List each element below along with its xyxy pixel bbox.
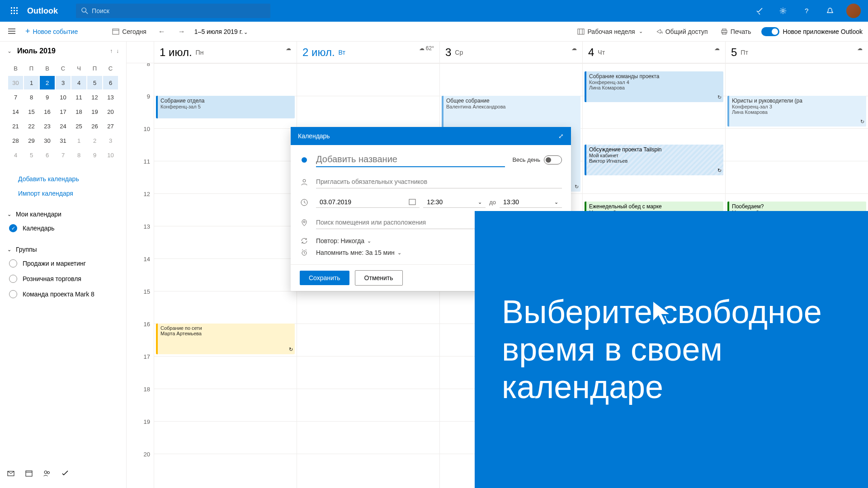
group-checkbox[interactable] (9, 275, 17, 283)
mini-cal-day[interactable]: 27 (103, 119, 118, 133)
cancel-button[interactable]: Отменить (355, 270, 403, 286)
calendar-event[interactable]: Юристы и руководители (раКонференц-зал 3… (727, 96, 866, 127)
mini-cal-day[interactable]: 15 (24, 105, 39, 118)
today-button[interactable]: Сегодня (109, 26, 149, 37)
save-button[interactable]: Сохранить (300, 271, 349, 285)
mini-cal-day[interactable]: 19 (87, 105, 102, 118)
calendar-event[interactable]: Собрание отделаКонференц-зал 5 (156, 96, 295, 118)
end-time-field[interactable]: 13:30 (500, 197, 562, 208)
new-outlook-toggle[interactable] (761, 27, 779, 36)
mini-cal-day[interactable]: 10 (103, 148, 118, 162)
mini-cal-day[interactable]: 21 (8, 119, 23, 133)
day-header[interactable]: 2 июл.Вт☁ 62° (297, 42, 439, 63)
mini-cal-day[interactable]: 26 (87, 119, 102, 133)
search-box[interactable] (76, 4, 270, 18)
mini-cal-day[interactable]: 14 (8, 105, 23, 118)
mini-cal-day[interactable]: 7 (56, 148, 71, 162)
mini-cal-day[interactable]: 23 (40, 119, 55, 133)
mini-cal-day[interactable]: 6 (40, 148, 55, 162)
date-range-picker[interactable]: 1–5 июля 2019 г. (194, 28, 248, 35)
search-input[interactable] (92, 7, 265, 14)
tasks-icon[interactable] (61, 470, 69, 477)
mini-cal-day[interactable]: 3 (103, 134, 118, 147)
help-icon[interactable]: ? (796, 0, 817, 22)
date-field[interactable]: 03.07.2019 (316, 197, 420, 208)
group-checkbox[interactable] (9, 290, 17, 298)
mini-cal-day[interactable]: 4 (8, 148, 23, 162)
group-item[interactable]: Продажи и маркетинг (7, 256, 119, 271)
groups-header[interactable]: ⌄Группы (7, 243, 119, 256)
mini-cal-day[interactable]: 22 (24, 119, 39, 133)
day-header[interactable]: 5Пт☁ (725, 42, 868, 63)
collapse-month[interactable]: ⌄ (7, 48, 12, 54)
mini-cal-day[interactable]: 28 (8, 134, 23, 147)
calendar-event[interactable]: Собрание команды проектаКонференц-зал 4Л… (585, 71, 723, 102)
start-time-field[interactable]: 12:30 (423, 197, 486, 208)
mini-cal-day[interactable]: 31 (56, 134, 71, 147)
event-title-input[interactable] (316, 152, 505, 167)
mini-cal-day[interactable]: 5 (87, 76, 102, 89)
mini-cal-day[interactable]: 3 (56, 76, 71, 89)
day-header[interactable]: 3Ср☁ (439, 42, 582, 63)
next-month[interactable]: ↓ (116, 48, 119, 54)
import-calendar-link[interactable]: Импорт календаря (7, 186, 119, 201)
day-header[interactable]: 1 июл.Пн☁ (154, 42, 297, 63)
my-calendars-header[interactable]: ⌄Мои календари (7, 208, 119, 221)
user-avatar[interactable] (846, 4, 861, 18)
mini-cal-day[interactable]: 11 (71, 90, 86, 104)
prev-month[interactable]: ↑ (110, 48, 113, 54)
mini-cal-day[interactable]: 10 (56, 90, 71, 104)
group-checkbox[interactable] (9, 259, 17, 267)
todo-icon[interactable] (749, 0, 770, 22)
mini-cal-day[interactable]: 13 (103, 90, 118, 104)
expand-icon[interactable]: ⤢ (558, 132, 564, 140)
mini-cal-day[interactable]: 9 (87, 148, 102, 162)
nav-toggle[interactable] (5, 25, 18, 38)
mini-cal-day[interactable]: 17 (56, 105, 71, 118)
mini-cal-day[interactable]: 6 (103, 76, 118, 89)
mail-icon[interactable] (7, 470, 14, 477)
mini-cal-day[interactable]: 2 (40, 76, 55, 89)
mini-cal-day[interactable]: 30 (40, 134, 55, 147)
repeat-field[interactable]: Повтор: Никогда (316, 237, 371, 244)
mini-cal-day[interactable]: 24 (56, 119, 71, 133)
mini-cal-day[interactable]: 5 (24, 148, 39, 162)
invite-input[interactable] (316, 175, 562, 188)
notifications-icon[interactable] (819, 0, 841, 22)
settings-icon[interactable] (772, 0, 794, 22)
day-header[interactable]: 4Чт☁ (582, 42, 725, 63)
reminder-field[interactable]: Напомнить мне: За 15 мин (316, 249, 401, 256)
mini-cal-day[interactable]: 4 (71, 76, 86, 89)
mini-cal-day[interactable]: 29 (24, 134, 39, 147)
mini-cal-day[interactable]: 16 (40, 105, 55, 118)
all-day-toggle[interactable] (544, 155, 562, 164)
prev-week[interactable]: ← (155, 26, 169, 38)
print-button[interactable]: Печать (718, 26, 754, 37)
mini-cal-day[interactable]: 9 (40, 90, 55, 104)
mini-cal-day[interactable]: 20 (103, 105, 118, 118)
mini-cal-day[interactable]: 8 (24, 90, 39, 104)
app-launcher[interactable] (4, 0, 25, 22)
mini-cal-day[interactable]: 30 (8, 76, 23, 89)
group-item[interactable]: Команда проекта Mark 8 (7, 286, 119, 302)
mini-cal-day[interactable]: 1 (71, 134, 86, 147)
calendar-event[interactable]: Собрание по сетиМарта Артемьева↻ (156, 324, 295, 354)
mini-cal-day[interactable]: 25 (71, 119, 86, 133)
share-button[interactable]: Общий доступ (653, 26, 711, 37)
calendar-checkbox[interactable] (9, 224, 17, 232)
people-icon[interactable] (43, 470, 51, 477)
mini-cal-day[interactable]: 12 (87, 90, 102, 104)
calendar-nav-icon[interactable] (25, 470, 33, 477)
calendar-event[interactable]: Обсуждение проекта TailspinМой кабинетВи… (585, 145, 723, 175)
mini-cal-day[interactable]: 2 (87, 134, 102, 147)
calendar-item[interactable]: Календарь (7, 221, 119, 236)
mini-cal-day[interactable]: 1 (24, 76, 39, 89)
day-column[interactable]: Собрание отделаКонференц-зал 5Собрание п… (154, 63, 297, 488)
mini-cal-day[interactable]: 18 (71, 105, 86, 118)
group-item[interactable]: Розничная торговля (7, 271, 119, 286)
mini-cal-day[interactable]: 7 (8, 90, 23, 104)
add-calendar-link[interactable]: Добавить календарь (7, 172, 119, 186)
next-week[interactable]: → (175, 26, 189, 38)
new-event-button[interactable]: + Новое событие (25, 27, 78, 36)
view-work-week[interactable]: Рабочая неделя (575, 26, 645, 37)
